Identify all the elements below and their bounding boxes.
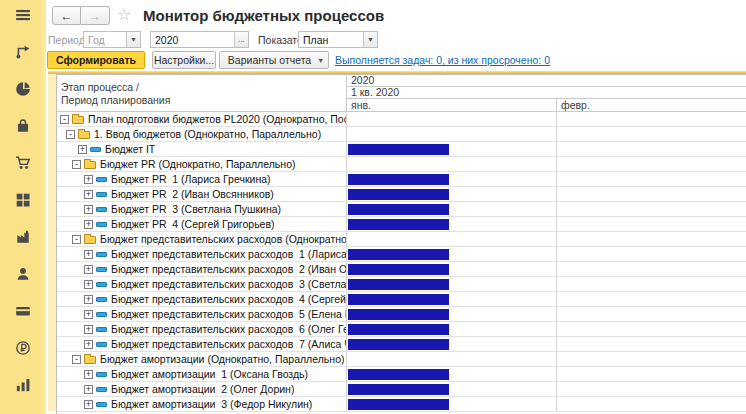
stage-icon <box>96 312 107 317</box>
stage-cell: +Бюджет IT <box>57 142 347 156</box>
sales-cart-icon[interactable] <box>14 155 32 171</box>
tree-leaf-row[interactable]: +Бюджет представительских расходов 1 (Ла… <box>57 247 746 262</box>
tree-leaf-row[interactable]: +Бюджет представительских расходов 5 (Ел… <box>57 307 746 322</box>
expand-toggle-icon[interactable]: + <box>84 310 93 319</box>
tree-leaf-row[interactable]: +Бюджет представительских расходов 3 (Св… <box>57 277 746 292</box>
settings-button[interactable]: Настройки... <box>152 51 216 69</box>
grid-header: Этап процесса / Период планирования 2020… <box>57 75 746 112</box>
tree-leaf-row[interactable]: +Бюджет PR 4 (Сергей Григорьев) <box>57 217 746 232</box>
gantt-bar[interactable] <box>348 189 449 200</box>
stage-cell: +Бюджет представительских расходов 3 (Св… <box>57 277 347 291</box>
tree-group-row[interactable]: -Бюджет амортизации (Однократно, Паралле… <box>57 352 746 367</box>
choose-ellipsis-button[interactable]: ... <box>234 32 248 47</box>
generate-button[interactable]: Сформировать <box>47 51 145 69</box>
tree-leaf-row[interactable]: +Бюджет амортизации 2 (Олег Дорин) <box>57 382 746 397</box>
feb-cell <box>557 232 746 246</box>
expand-toggle-icon[interactable]: + <box>84 205 93 214</box>
collapse-toggle-icon[interactable]: - <box>60 115 69 124</box>
reports-chart-icon[interactable] <box>14 377 32 393</box>
gantt-bar[interactable] <box>348 144 449 155</box>
expand-toggle-icon[interactable]: + <box>84 325 93 334</box>
gantt-bar[interactable] <box>348 204 449 215</box>
tree-leaf-row[interactable]: +Бюджет представительских расходов 6 (Ол… <box>57 322 746 337</box>
budgeting-pie-icon[interactable] <box>14 81 32 97</box>
quarter-header-cell: 1 кв. 2020 <box>347 87 746 99</box>
tree-leaf-row[interactable]: +Бюджет амортизации 1 (Оксана Гвоздь) <box>57 367 746 382</box>
tree-leaf-row[interactable]: +Бюджет представительских расходов 7 (Ал… <box>57 337 746 352</box>
gantt-bar[interactable] <box>348 219 449 230</box>
hr-person-icon[interactable] <box>14 266 32 282</box>
tree-leaf-row[interactable]: +Бюджет амортизации 3 (Федор Никулин) <box>57 397 746 412</box>
tree-leaf-row[interactable]: +Бюджет представительских расходов 2 (Ив… <box>57 262 746 277</box>
chevron-down-icon[interactable]: ▼ <box>363 32 377 47</box>
gantt-bar[interactable] <box>348 324 449 335</box>
purchases-bag-icon[interactable] <box>14 118 32 134</box>
stage-cell: -Бюджет представительских расходов (Одно… <box>57 232 347 246</box>
gantt-bar[interactable] <box>348 384 449 395</box>
expand-toggle-icon[interactable]: + <box>84 280 93 289</box>
business-process-icon[interactable] <box>14 44 32 60</box>
stage-label: Бюджет PR 3 (Светлана Пушкина) <box>111 203 281 215</box>
tree-leaf-row[interactable]: +Бюджет PR 2 (Иван Овсянников) <box>57 187 746 202</box>
gantt-bar[interactable] <box>348 294 449 305</box>
gantt-bar[interactable] <box>348 399 449 410</box>
expand-toggle-icon[interactable]: + <box>84 265 93 274</box>
expand-toggle-icon[interactable]: + <box>84 175 93 184</box>
running-tasks-link[interactable]: Выполняется задач: 0, из них просрочено:… <box>335 54 550 66</box>
collapse-toggle-icon[interactable]: - <box>72 160 81 169</box>
gantt-bar[interactable] <box>348 249 449 260</box>
bank-card-icon[interactable] <box>14 303 32 319</box>
feb-cell <box>557 382 746 396</box>
gantt-bar[interactable] <box>348 264 449 275</box>
feb-cell <box>557 142 746 156</box>
gantt-bar[interactable] <box>348 174 449 185</box>
collapse-toggle-icon[interactable]: - <box>72 355 81 364</box>
tree-leaf-row[interactable]: +Бюджет IT <box>57 142 746 157</box>
production-factory-icon[interactable] <box>14 229 32 245</box>
feb-cell <box>557 112 746 126</box>
tree-leaf-row[interactable]: +Бюджет представительских расходов 4 (Се… <box>57 292 746 307</box>
tree-group-row[interactable]: -Бюджет представительских расходов (Одно… <box>57 232 746 247</box>
expand-toggle-icon[interactable]: + <box>84 385 93 394</box>
expand-toggle-icon[interactable]: + <box>78 145 87 154</box>
report-variants-button[interactable]: Варианты отчета ▼ <box>219 51 329 69</box>
chevron-down-icon[interactable]: ▼ <box>126 32 140 47</box>
stage-cell: +Бюджет представительских расходов 6 (Ол… <box>57 322 347 336</box>
gantt-bar[interactable] <box>348 279 449 290</box>
year-input[interactable]: 2020 ... <box>150 31 249 48</box>
jan-cell <box>347 307 557 321</box>
report-variants-label: Варианты отчета <box>228 54 311 66</box>
gantt-bar[interactable] <box>348 309 449 320</box>
stage-cell: +Бюджет амортизации 3 (Федор Никулин) <box>57 397 347 411</box>
tree-leaf-row[interactable]: +Бюджет PR 1 (Лариса Гречкина) <box>57 172 746 187</box>
expand-toggle-icon[interactable]: + <box>84 370 93 379</box>
folder-icon <box>84 356 96 364</box>
collapse-toggle-icon[interactable]: - <box>72 235 81 244</box>
forward-arrow-icon: → <box>89 9 101 23</box>
expand-toggle-icon[interactable]: + <box>84 250 93 259</box>
favorite-star-icon[interactable]: ☆ <box>117 5 131 24</box>
stage-cell: +Бюджет амортизации 1 (Оксана Гвоздь) <box>57 367 347 381</box>
finance-ruble-icon[interactable] <box>14 340 32 356</box>
gantt-bar[interactable] <box>348 339 449 350</box>
tree-group-row[interactable]: -План подготовки бюджетов PL2020 (Однокр… <box>57 112 746 127</box>
tree-group-row[interactable]: -1. Ввод бюджетов (Однократно, Параллель… <box>57 127 746 142</box>
stage-label: Бюджет представительских расходов (Однок… <box>100 233 346 245</box>
expand-toggle-icon[interactable]: + <box>84 340 93 349</box>
period-select[interactable]: Год ▼ <box>83 31 141 48</box>
back-button[interactable]: ← <box>52 6 81 25</box>
expand-toggle-icon[interactable]: + <box>84 400 93 409</box>
forward-button[interactable]: → <box>81 6 110 25</box>
stage-icon <box>96 177 107 182</box>
expand-toggle-icon[interactable]: + <box>84 190 93 199</box>
indicators-select[interactable]: План ▼ <box>298 31 378 48</box>
expand-toggle-icon[interactable]: + <box>84 295 93 304</box>
menu-icon[interactable] <box>14 7 32 23</box>
tree-group-row[interactable]: -Бюджет PR (Однократно, Параллельно) <box>57 157 746 172</box>
collapse-toggle-icon[interactable]: - <box>66 130 75 139</box>
warehouse-grid-icon[interactable] <box>14 192 32 208</box>
tree-leaf-row[interactable]: +Бюджет PR 3 (Светлана Пушкина) <box>57 202 746 217</box>
gantt-bar[interactable] <box>348 369 449 380</box>
expand-toggle-icon[interactable]: + <box>84 220 93 229</box>
stage-label: Бюджет представительских расходов 5 (Еле… <box>111 308 346 320</box>
